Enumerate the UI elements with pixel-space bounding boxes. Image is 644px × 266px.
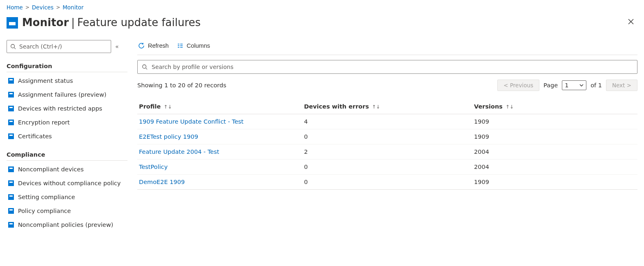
chevron-down-icon: [579, 84, 584, 86]
devices-with-errors-cell: 4: [302, 114, 472, 129]
svg-line-3: [14, 48, 16, 49]
sidebar-item-certificates[interactable]: Certificates: [7, 129, 127, 143]
item-icon: [8, 222, 14, 228]
main-search-input[interactable]: [152, 64, 633, 70]
profile-link[interactable]: E2ETest policy 1909: [139, 133, 198, 140]
sidebar: « Configuration Assignment status Assign…: [7, 40, 129, 232]
monitor-blade-icon: [7, 17, 18, 29]
close-icon: [628, 18, 634, 25]
table-row: DemoE2E 190901909: [137, 175, 637, 190]
sidebar-item-noncompliant-policies[interactable]: Noncompliant policies (preview): [7, 218, 127, 232]
sidebar-item-label: Noncompliant policies (preview): [18, 222, 113, 228]
profile-link[interactable]: Feature Update 2004 - Test: [139, 149, 219, 155]
chevron-right-icon: >: [56, 4, 60, 10]
table-row: 1909 Feature Update Conflict - Test41909: [137, 114, 637, 129]
versions-cell: 1909: [472, 129, 637, 144]
table-row: Feature Update 2004 - Test22004: [137, 144, 637, 160]
columns-label: Columns: [187, 42, 210, 49]
devices-with-errors-cell: 2: [302, 144, 472, 160]
breadcrumb-devices[interactable]: Devices: [32, 4, 54, 11]
sidebar-search-input[interactable]: [19, 43, 107, 50]
sidebar-search[interactable]: [7, 40, 111, 53]
chevron-right-icon: >: [25, 4, 29, 10]
pager-of-label: of 1: [590, 82, 602, 89]
sidebar-group-configuration: Configuration: [7, 60, 127, 72]
table-row: E2ETest policy 190901909: [137, 129, 637, 144]
svg-line-11: [146, 68, 148, 70]
toolbar: Refresh Columns: [137, 40, 637, 55]
item-icon: [8, 106, 14, 111]
item-icon: [8, 194, 14, 200]
item-icon: [8, 180, 14, 186]
sort-icon: ↑↓: [163, 104, 172, 110]
columns-icon: [177, 42, 183, 49]
versions-cell: 1909: [472, 175, 637, 190]
results-table: Profile ↑↓ Devices with errors ↑↓ Versio…: [137, 99, 637, 190]
refresh-icon: [138, 42, 145, 49]
sidebar-item-noncompliant-devices[interactable]: Noncompliant devices: [7, 162, 127, 176]
sidebar-item-label: Encryption report: [18, 119, 70, 126]
item-icon: [8, 120, 14, 125]
breadcrumb: Home > Devices > Monitor: [7, 4, 637, 11]
table-row: TestPolicy02004: [137, 160, 637, 175]
sidebar-item-label: Certificates: [18, 133, 52, 140]
column-header-versions[interactable]: Versions ↑↓: [472, 99, 637, 114]
sidebar-item-label: Devices without compliance policy: [18, 180, 121, 186]
sidebar-item-assignment-failures[interactable]: Assignment failures (preview): [7, 88, 127, 102]
close-button[interactable]: [626, 16, 636, 28]
columns-button[interactable]: Columns: [176, 41, 211, 51]
devices-with-errors-cell: 0: [302, 175, 472, 190]
page-title: Monitor | Feature update failures: [22, 16, 201, 29]
refresh-label: Refresh: [148, 42, 169, 49]
versions-cell: 1909: [472, 114, 637, 129]
sidebar-item-restricted-apps[interactable]: Devices with restricted apps: [7, 102, 127, 115]
item-icon: [8, 133, 14, 139]
devices-with-errors-cell: 0: [302, 160, 472, 175]
search-icon: [10, 44, 16, 49]
sidebar-item-label: Setting compliance: [18, 194, 75, 200]
sidebar-item-label: Noncompliant devices: [18, 166, 84, 173]
profile-link[interactable]: DemoE2E 1909: [139, 179, 185, 185]
column-header-profile[interactable]: Profile ↑↓: [137, 99, 302, 114]
sidebar-item-assignment-status[interactable]: Assignment status: [7, 74, 127, 88]
breadcrumb-monitor[interactable]: Monitor: [63, 4, 83, 11]
sidebar-item-devices-without-policy[interactable]: Devices without compliance policy: [7, 176, 127, 190]
sort-icon: ↑↓: [372, 104, 380, 110]
pager-prev-button[interactable]: < Previous: [497, 80, 539, 91]
main-search[interactable]: [137, 60, 637, 74]
record-count-status: Showing 1 to 20 of 20 records: [137, 82, 226, 89]
main-content: Refresh Columns Showing 1 to 20 of 20 re…: [129, 40, 637, 232]
sidebar-item-encryption-report[interactable]: Encryption report: [7, 115, 127, 129]
refresh-button[interactable]: Refresh: [137, 41, 170, 51]
sidebar-item-setting-compliance[interactable]: Setting compliance: [7, 190, 127, 204]
pager-next-button[interactable]: Next >: [606, 80, 637, 91]
devices-with-errors-cell: 0: [302, 129, 472, 144]
versions-cell: 2004: [472, 144, 637, 160]
sidebar-collapse-button[interactable]: «: [115, 43, 119, 50]
sidebar-item-label: Assignment failures (preview): [18, 91, 106, 98]
item-icon: [8, 92, 14, 98]
item-icon: [8, 166, 14, 172]
item-icon: [8, 208, 14, 214]
sidebar-item-label: Policy compliance: [18, 208, 71, 214]
item-icon: [8, 78, 14, 84]
column-header-devices-with-errors[interactable]: Devices with errors ↑↓: [302, 99, 472, 114]
pager-page-label: Page: [543, 82, 558, 89]
sidebar-item-label: Assignment status: [18, 78, 73, 84]
svg-point-2: [11, 44, 15, 48]
profile-link[interactable]: 1909 Feature Update Conflict - Test: [139, 118, 244, 125]
breadcrumb-home[interactable]: Home: [7, 4, 23, 11]
sort-icon: ↑↓: [505, 104, 514, 110]
svg-point-10: [143, 65, 146, 69]
sidebar-item-policy-compliance[interactable]: Policy compliance: [7, 204, 127, 218]
sidebar-item-label: Devices with restricted apps: [18, 105, 102, 112]
versions-cell: 2004: [472, 160, 637, 175]
search-icon: [142, 64, 148, 70]
pager-current-page: 1: [565, 82, 568, 89]
pager-page-select[interactable]: 1: [562, 80, 586, 90]
pager: < Previous Page 1 of 1 Next >: [497, 80, 637, 91]
profile-link[interactable]: TestPolicy: [139, 164, 168, 170]
sidebar-group-compliance: Compliance: [7, 149, 127, 161]
